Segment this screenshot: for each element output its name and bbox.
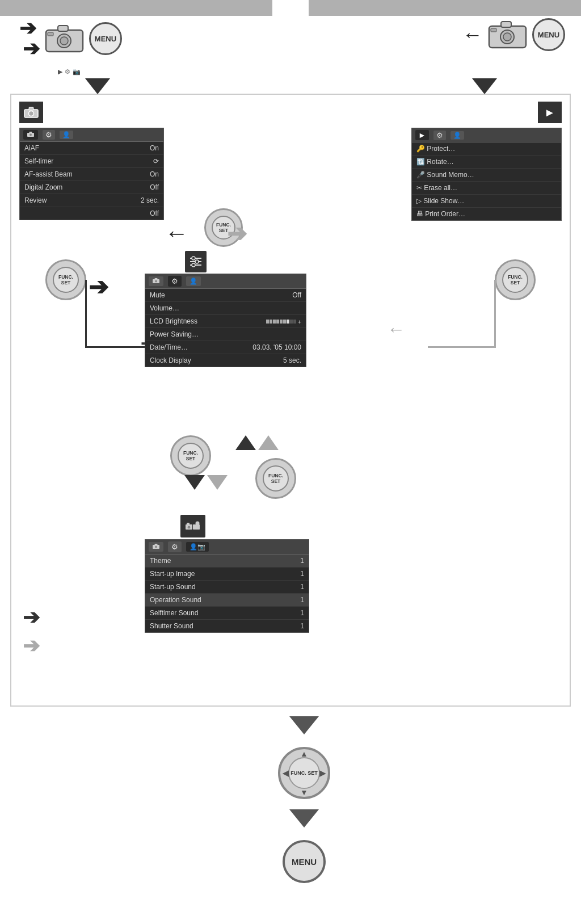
bracket-horizontal-right [428,346,496,348]
tab-camera-left [23,130,38,140]
screen-right: ► ⚙ 👤 🔑 Protect… 🔃 Rotate… 🎤 Sound Memo…… [411,128,562,221]
arrow-right1-icon: ➔ [19,18,36,39]
screen-left: ⚙ 👤 AiAFOn Self-timer⟳ AF-assist BeamOn … [19,128,164,220]
row-theme: Theme 1 [145,555,309,568]
row-protect: 🔑 Protect… [412,142,561,156]
tab-camera-bottom [149,542,163,552]
arrow-right-solid-icon: ➔ [23,606,40,629]
up-arrow-black [235,435,256,450]
row-erase-all: ✂ Erase all… [412,182,561,195]
down-nav-icon: ▼ [300,788,308,797]
svg-point-21 [192,263,195,267]
arrow-right-outline-icon: ➔ [23,634,40,658]
triangle-down-right [472,78,497,94]
left-nav-icon: ◀ [283,768,289,778]
mode-icon-playback: ► [538,102,562,123]
tab-settings-right: ⚙ [433,131,446,140]
svg-point-29 [196,522,200,526]
row-operation-sound: Operation Sound 1 [145,594,309,607]
svg-point-32 [155,546,157,548]
row-selftimer: Self-timer⟳ [20,155,163,168]
menu-button-bottom[interactable]: MENU [283,840,326,883]
tab-playback-right: ► [415,130,429,140]
svg-point-8 [503,33,511,41]
camera-right-icon [486,19,529,51]
screen-center-header: ⚙ 👤 [145,274,306,289]
func-set-below-center[interactable]: FUNC.SET [170,435,211,476]
right-camera-group: ← MENU [462,18,565,51]
row-startup-image: Start-up Image 1 [145,568,309,581]
row-datetime: Date/Time…03.03. '05 10:00 [145,341,306,354]
down-arrow-black [184,475,205,490]
arrow-right2-icon: ➔ [23,39,40,59]
svg-rect-1 [58,26,68,31]
arrow-right-gray: ➔ [227,220,247,247]
tab-user-left: 👤 [60,131,73,139]
row-sound-memo: 🎤 Sound Memo… [412,169,561,182]
svg-rect-26 [187,523,190,525]
bottom-navigation: ▲ ▼ ◀ ▶ FUNC. SET MENU [278,716,330,883]
svg-point-24 [155,280,157,283]
row-print-order: 🖶 Print Order… [412,208,561,220]
bracket-horizontal-left [85,346,148,348]
svg-point-12 [29,111,34,116]
row-startup-sound: Start-up Sound 1 [145,581,309,594]
triangle-down-bottom2 [289,809,319,828]
func-set-bottom-inner[interactable]: FUNC. SET [288,757,320,789]
triangle-down-left [85,78,110,94]
row-shutter-sound: Shutter Sound 1 [145,620,309,632]
left-camera-group: ➔ ➔ ▶⚙📷 MENU [16,18,122,59]
tab-user-right: 👤 [451,131,464,140]
row-slide-show: ▷ Slide Show… [412,195,561,208]
top-bar-right [309,0,581,16]
svg-point-20 [195,260,199,263]
up-arrows-pair [235,435,279,450]
right-nav-icon: ▶ [319,768,326,778]
row-power-saving: Power Saving… [145,328,306,341]
svg-rect-14 [30,132,32,133]
down-arrow-gray [207,475,228,490]
row-lcd-brightness: LCD Brightness + [145,315,306,328]
top-bar-left [0,0,272,16]
svg-point-3 [60,37,68,45]
svg-rect-6 [501,22,511,27]
menu-button-left[interactable]: MENU [89,22,122,55]
func-set-bottom[interactable]: ▲ ▼ ◀ ▶ FUNC. SET [278,747,330,799]
left-side-arrows: ➔ ➔ [23,606,40,658]
row-off: Off [20,207,163,220]
func-set-right-lower[interactable]: FUNC.SET [255,458,296,499]
svg-point-19 [192,257,195,260]
svg-rect-4 [48,32,53,36]
tab-user-center: 👤 [186,276,201,286]
row-volume: Volume… [145,302,306,315]
left-camera-mode-icons: ▶⚙📷 [58,68,81,75]
up-nav-icon: ▲ [300,749,308,758]
tab-user-bottom-active: 👤📷 [186,542,209,552]
svg-point-27 [187,526,191,529]
camera-left-icon [43,23,86,54]
svg-rect-9 [491,28,496,32]
menu-button-right[interactable]: MENU [532,18,565,51]
svg-rect-31 [155,544,158,545]
screen-bottom-header: ⚙ 👤📷 [145,540,309,555]
svg-point-15 [30,134,32,136]
arrow-left-gray-right: ← [387,319,405,340]
row-af-assist: AF-assist BeamOn [20,168,163,181]
mode-icon-camera [19,102,43,123]
bracket-vertical-left [85,280,87,348]
camera-mode-svg [23,106,39,119]
tab-settings-bottom: ⚙ [168,541,182,552]
up-arrow-gray [258,435,279,450]
row-selftimer-sound: Selftimer Sound 1 [145,607,309,620]
func-set-left[interactable]: FUNC.SET ➔ [45,259,86,300]
tab-settings-left: ⚙ [43,130,55,140]
arrow-right-from-left-func: ➔ [89,273,108,301]
row-digital-zoom: Digital ZoomOff [20,181,163,194]
func-set-right[interactable]: FUNC.SET [495,259,536,300]
arrow-left-icon: ← [462,24,483,45]
svg-rect-23 [155,278,158,280]
tab-settings-center-active: ⚙ [168,276,182,287]
settings-icon-above-center [185,251,207,272]
screen-bottom: ⚙ 👤📷 Theme 1 Start-up Image 1 Start-up S… [145,539,309,633]
triangle-down-bottom1 [289,716,319,734]
